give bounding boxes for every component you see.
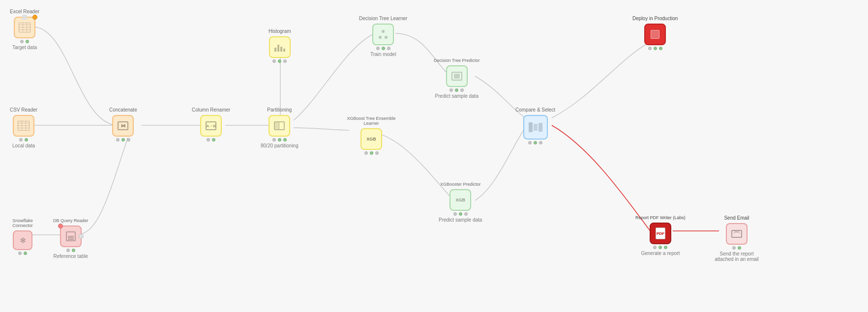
port1 [528, 141, 532, 144]
port2 [25, 138, 28, 142]
rename-icon: A→B [206, 121, 216, 130]
xgbooster-predictor-node[interactable]: XGBooster Predictor XGB Predict sample d… [439, 182, 482, 223]
db-query-ports [66, 249, 75, 252]
deploy-production-node[interactable]: Deploy in Production [632, 16, 678, 50]
partitioning-box[interactable] [269, 115, 290, 137]
xgbooster-predictor-box[interactable]: XGB [449, 189, 471, 211]
dt-learner-box[interactable] [372, 24, 394, 45]
port2 [121, 138, 125, 142]
port1 [272, 138, 276, 142]
snowflake-node[interactable]: Snowflake Connector ❄ [3, 218, 42, 255]
send-email-box[interactable] [726, 223, 748, 245]
port2 [738, 246, 741, 250]
port3 [387, 47, 390, 50]
port1 [376, 47, 380, 50]
csv-reader-node[interactable]: CSV Reader Local data [10, 107, 37, 148]
column-renamer-ports [207, 138, 215, 142]
xgboost-learner-ports [364, 151, 379, 155]
port2 [278, 59, 281, 63]
table-icon2 [18, 121, 30, 131]
port2 [26, 40, 29, 43]
xgb-icon: XGB [366, 137, 376, 142]
send-email-node[interactable]: Send Email Send the report attached in a… [712, 215, 761, 262]
port3 [127, 138, 130, 142]
xgboost-learner-node[interactable]: XGBoost Tree Ensemble Learner XGB [344, 116, 398, 155]
histogram-title: Histogram [269, 28, 291, 34]
snowflake-title: Snowflake Connector [3, 218, 42, 228]
deploy-production-box[interactable] [644, 24, 666, 45]
port1 [364, 151, 368, 155]
column-renamer-node[interactable]: Column Renamer A→B [192, 107, 230, 142]
port1 [449, 88, 453, 92]
column-renamer-box[interactable]: A→B [200, 115, 222, 137]
port1 [20, 40, 24, 43]
excel-reader-node[interactable]: Excel Reader Target data [10, 9, 39, 50]
column-renamer-title: Column Renamer [192, 107, 230, 113]
db-icon [66, 231, 76, 241]
xgbooster-predictor-title: XGBooster Predictor [440, 182, 481, 187]
dt-predictor-title: Decision Tree Predictor [434, 58, 480, 63]
dt-predictor-node[interactable]: Decision Tree Predictor Predict sample d… [434, 58, 480, 99]
excel-reader-box[interactable] [14, 17, 35, 38]
xgb-pred-icon: XGB [455, 198, 465, 202]
dt-learner-ports [376, 47, 390, 50]
csv-reader-title: CSV Reader [10, 107, 37, 113]
csv-reader-ports [19, 138, 28, 142]
compare-icon [529, 122, 542, 132]
partitioning-node[interactable]: Partitioning 80/20 partitioning [261, 107, 299, 148]
xgboost-learner-box[interactable]: XGB [360, 128, 382, 150]
port2 [24, 252, 27, 255]
port2 [459, 212, 462, 216]
compare-select-ports [528, 141, 542, 144]
concatenate-title: Concatenate [109, 107, 137, 113]
table-icon [19, 23, 30, 32]
db-query-node[interactable]: DB Query Reader Reference table [53, 218, 89, 259]
excel-reader-sublabel: Target data [12, 45, 37, 50]
partitioning-ports [272, 138, 287, 142]
xgboost-learner-title: XGBoost Tree Ensemble Learner [344, 116, 398, 126]
input-port-red [58, 224, 63, 228]
send-email-ports [732, 246, 741, 250]
send-email-sublabel: Send the report attached in an email [712, 251, 761, 262]
excel-reader-title: Excel Reader [10, 9, 39, 14]
concatenate-box[interactable]: ⋈ [112, 115, 134, 137]
port3 [460, 88, 464, 92]
port2 [382, 47, 385, 50]
concatenate-node[interactable]: Concatenate ⋈ [109, 107, 137, 142]
deploy-production-title: Deploy in Production [632, 16, 678, 21]
report-pdf-box[interactable]: PDF [650, 223, 671, 244]
deploy-production-ports [648, 47, 662, 50]
input-port[interactable] [32, 15, 37, 20]
histogram-box[interactable] [269, 36, 291, 58]
port1 [66, 249, 70, 252]
port1 [207, 138, 210, 142]
port1 [116, 138, 120, 142]
port2 [278, 138, 281, 142]
dt-predictor-box[interactable] [446, 65, 468, 87]
port1 [19, 138, 23, 142]
csv-reader-box[interactable] [13, 115, 34, 137]
compare-select-node[interactable]: Compare & Select [515, 107, 555, 144]
histogram-node[interactable]: Histogram [269, 28, 291, 63]
dt-learner-node[interactable]: Decision Tree Learner Train model [359, 16, 407, 57]
db-query-box[interactable] [60, 226, 82, 247]
port1 [648, 47, 652, 50]
output-port [79, 234, 84, 239]
pdf-icon: PDF [656, 227, 665, 239]
dt-predictor-sublabel: Predict sample data [435, 93, 479, 99]
report-pdf-node[interactable]: Report PDF Writer (Labs) PDF Generate a … [635, 215, 686, 256]
port1 [272, 59, 276, 63]
compare-select-box[interactable] [523, 115, 548, 140]
connections-layer [0, 0, 868, 312]
partition-icon [274, 121, 285, 130]
workflow-canvas[interactable]: Excel Reader Target data CSV Reader Loca… [0, 0, 868, 312]
xgbooster-predictor-sublabel: Predict sample data [439, 217, 482, 223]
csv-reader-sublabel: Local data [12, 143, 35, 148]
report-pdf-sublabel: Generate a report [641, 251, 680, 256]
snowflake-box[interactable]: ❄ [13, 230, 32, 250]
partitioning-title: Partitioning [267, 107, 292, 113]
report-pdf-title: Report PDF Writer (Labs) [635, 215, 686, 220]
xgbooster-predictor-ports [453, 212, 468, 216]
compare-select-title: Compare & Select [515, 107, 555, 113]
excel-reader-ports [20, 40, 29, 43]
